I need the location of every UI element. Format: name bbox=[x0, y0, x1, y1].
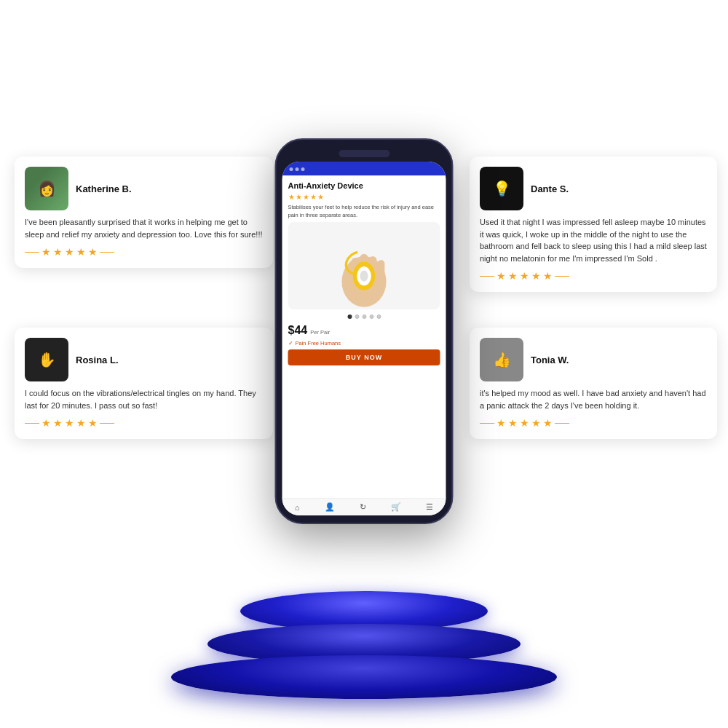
screen-header bbox=[282, 162, 446, 175]
reviewer-name-katherine: Katherine B. bbox=[76, 183, 132, 194]
bottom-nav: ⌂ 👤 ↻ 🛒 ☰ bbox=[282, 498, 446, 515]
nav-cart-icon[interactable]: 🛒 bbox=[391, 502, 401, 512]
nav-home-icon[interactable]: ⌂ bbox=[295, 503, 300, 512]
image-dots bbox=[288, 312, 440, 321]
star-line-right-tonia bbox=[555, 423, 569, 424]
reviewer-row-katherine: 👩 Katherine B. bbox=[25, 167, 263, 210]
buy-now-button[interactable]: BUY NOW bbox=[288, 349, 440, 365]
header-dot-3 bbox=[301, 167, 305, 171]
header-dot-1 bbox=[290, 167, 293, 171]
reviewer-name-rosina: Rosina L. bbox=[76, 355, 119, 365]
avatar-dante: 💡 bbox=[480, 167, 523, 210]
price-amount: $44 bbox=[288, 324, 308, 337]
brand-name: Pain Free Humans bbox=[296, 340, 341, 347]
product-description: Stabilises your feet to help reduce the … bbox=[288, 204, 440, 219]
product-title: Anti-Anxiety Device bbox=[288, 181, 440, 190]
screen-content: Anti-Anxiety Device ★ ★ ★ ★ ★ Stabilises… bbox=[282, 175, 446, 498]
price-label: Per Pair bbox=[310, 329, 330, 336]
reviewer-name-dante: Dante S. bbox=[531, 183, 569, 194]
podium-bot bbox=[171, 655, 557, 699]
nav-menu-icon[interactable]: ☰ bbox=[426, 502, 433, 512]
avatar-tonia: 👍 bbox=[480, 338, 523, 381]
review-card-rosina: ✋ Rosina L. I could focus on the vibrati… bbox=[15, 328, 273, 439]
product-stars: ★ ★ ★ ★ ★ bbox=[288, 193, 440, 201]
price-row: $44 Per Pair bbox=[288, 324, 440, 337]
stars-rosina: ★ ★ ★ ★ ★ bbox=[25, 417, 263, 429]
podium bbox=[171, 591, 557, 699]
review-card-katherine: 👩 Katherine B. I've been pleasantly surp… bbox=[15, 157, 273, 268]
review-card-tonia: 👍 Tonia W. it's helped my mood as well. … bbox=[470, 328, 717, 439]
star-line-left-dante bbox=[480, 276, 494, 277]
phone-mockup: Anti-Anxiety Device ★ ★ ★ ★ ★ Stabilises… bbox=[275, 138, 454, 524]
star-line-right-katherine bbox=[100, 252, 114, 253]
reviewer-row-dante: 💡 Dante S. bbox=[480, 167, 707, 210]
review-text-tonia: it's helped my mood as well. I have bad … bbox=[480, 387, 707, 411]
dot-4 bbox=[369, 314, 373, 319]
product-image-area bbox=[288, 222, 440, 309]
phone-screen: Anti-Anxiety Device ★ ★ ★ ★ ★ Stabilises… bbox=[282, 162, 446, 515]
svg-rect-4 bbox=[378, 260, 385, 284]
star-line-right-dante bbox=[555, 276, 569, 277]
product-image-svg bbox=[288, 222, 440, 309]
review-text-dante: Used it that night I was impressed fell … bbox=[480, 216, 707, 264]
star-line-right-rosina bbox=[100, 423, 114, 424]
check-icon: ✓ bbox=[288, 340, 293, 347]
review-text-rosina: I could focus on the vibrations/electric… bbox=[25, 387, 263, 411]
nav-profile-icon[interactable]: 👤 bbox=[325, 502, 335, 512]
screen-header-dots bbox=[290, 167, 305, 171]
star-line-left-katherine bbox=[25, 252, 39, 253]
dot-5 bbox=[376, 314, 381, 319]
review-card-dante: 💡 Dante S. Used it that night I was impr… bbox=[470, 157, 717, 292]
dot-2 bbox=[355, 314, 359, 319]
reviewer-name-tonia: Tonia W. bbox=[531, 355, 569, 365]
star-line-left-rosina bbox=[25, 423, 39, 424]
nav-refresh-icon[interactable]: ↻ bbox=[360, 502, 366, 512]
review-text-katherine: I've been pleasantly surprised that it w… bbox=[25, 216, 263, 240]
star-line-left-tonia bbox=[480, 423, 494, 424]
avatar-katherine: 👩 bbox=[25, 167, 68, 210]
dot-3 bbox=[362, 314, 366, 319]
reviewer-row-tonia: 👍 Tonia W. bbox=[480, 338, 707, 381]
stars-katherine: ★ ★ ★ ★ ★ bbox=[25, 246, 263, 258]
dot-1 bbox=[347, 314, 352, 319]
header-dot-2 bbox=[296, 167, 299, 171]
svg-point-7 bbox=[360, 271, 368, 282]
brand-row: ✓ Pain Free Humans bbox=[288, 340, 440, 347]
avatar-rosina: ✋ bbox=[25, 338, 68, 381]
reviewer-row-rosina: ✋ Rosina L. bbox=[25, 338, 263, 381]
phone-notch-bar bbox=[282, 150, 446, 157]
stars-dante: ★ ★ ★ ★ ★ bbox=[480, 270, 707, 282]
stars-tonia: ★ ★ ★ ★ ★ bbox=[480, 417, 707, 429]
phone-notch bbox=[339, 150, 389, 157]
